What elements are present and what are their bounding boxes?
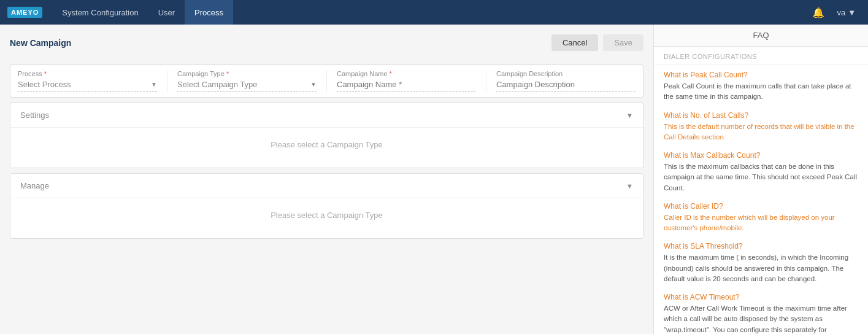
settings-section: Settings ▼ Please select a Campaign Type — [10, 103, 643, 168]
process-label: Process * — [18, 70, 157, 77]
campaign-type-select-wrapper: Select Campaign Type ▼ — [177, 80, 317, 92]
faq-answer: Peak Call Count is the maximum calls tha… — [664, 81, 858, 103]
faq-answer: ACW or After Call Work Timeout is the ma… — [664, 303, 858, 334]
user-menu[interactable]: va ▼ — [832, 8, 861, 17]
campaign-name-label: Campaign Name * — [337, 70, 476, 77]
faq-title: FAQ — [654, 25, 868, 47]
content-area: New Campaign Cancel Save Process * Selec… — [0, 25, 653, 334]
campaign-desc-label: Campaign Description — [496, 70, 636, 77]
user-label: va — [837, 8, 845, 17]
notification-bell-icon[interactable]: 🔔 — [805, 7, 832, 18]
process-select-wrapper: Select Process ▼ — [18, 80, 157, 92]
campaign-desc-input[interactable] — [496, 80, 636, 92]
settings-chevron-icon: ▼ — [626, 112, 633, 119]
faq-question: What is Peak Call Count? — [664, 71, 858, 79]
faq-question: What is Max Callback Count? — [664, 151, 858, 160]
main-layout: New Campaign Cancel Save Process * Selec… — [0, 25, 868, 334]
faq-answer: It is the maximum time ( in seconds), in… — [664, 252, 858, 284]
process-required: * — [44, 70, 47, 77]
navbar: AMEYO System Configuration User Process … — [0, 0, 868, 25]
user-chevron-icon: ▼ — [848, 8, 856, 17]
campaign-type-chevron-icon: ▼ — [310, 81, 317, 88]
faq-item: What is Peak Call Count? Peak Call Count… — [664, 71, 858, 103]
process-chevron-icon: ▼ — [151, 81, 157, 88]
faq-section-title: DIALER CONFIGURATIONS — [654, 47, 868, 64]
campaign-name-required: * — [390, 70, 392, 77]
save-button[interactable]: Save — [603, 34, 643, 51]
logo-text: AMEYO — [7, 7, 42, 18]
faq-item: What is Max Callback Count? This is the … — [664, 151, 858, 193]
campaign-type-required: * — [226, 70, 229, 77]
toolbar: Cancel Save — [551, 34, 643, 51]
settings-section-title: Settings — [20, 111, 49, 120]
faq-question: What is Caller ID? — [664, 202, 858, 211]
faq-list: What is Peak Call Count? Peak Call Count… — [654, 64, 868, 334]
nav-system-configuration[interactable]: System Configuration — [52, 0, 148, 25]
settings-section-body: Please select a Campaign Type — [10, 127, 643, 168]
settings-empty-message: Please select a Campaign Type — [271, 140, 383, 149]
manage-chevron-icon: ▼ — [626, 182, 633, 190]
campaign-name-field-group: Campaign Name * — [337, 70, 486, 92]
manage-section-title: Manage — [20, 181, 49, 190]
campaign-desc-field-group: Campaign Description — [496, 70, 636, 92]
faq-item: What is ACW Timeout? ACW or After Call W… — [664, 293, 858, 334]
nav-process[interactable]: Process — [185, 0, 233, 25]
faq-answer: This is the maximum callbacks that can b… — [664, 161, 858, 193]
faq-sidebar: FAQ DIALER CONFIGURATIONS What is Peak C… — [653, 25, 868, 334]
faq-question: What is SLA Threshold? — [664, 242, 858, 251]
cancel-button[interactable]: Cancel — [551, 34, 598, 51]
manage-section-body: Please select a Campaign Type — [10, 198, 643, 238]
manage-empty-message: Please select a Campaign Type — [271, 211, 383, 220]
faq-item: What is Caller ID? Caller ID is the numb… — [664, 202, 858, 234]
campaign-type-field-group: Campaign Type * Select Campaign Type ▼ — [177, 70, 327, 92]
faq-question: What is No. of Last Calls? — [664, 111, 858, 120]
manage-section: Manage ▼ Please select a Campaign Type — [10, 173, 643, 239]
nav-user[interactable]: User — [148, 0, 185, 25]
faq-answer: This is the default number of records th… — [664, 122, 858, 143]
process-select[interactable]: Select Process — [18, 80, 148, 89]
form-row: Process * Select Process ▼ Campaign Type… — [10, 64, 643, 98]
faq-answer: Caller ID is the number which will be di… — [664, 212, 858, 234]
settings-section-header[interactable]: Settings ▼ — [10, 103, 643, 127]
faq-item: What is No. of Last Calls? This is the d… — [664, 111, 858, 143]
faq-question: What is ACW Timeout? — [664, 293, 858, 301]
manage-section-header[interactable]: Manage ▼ — [10, 174, 643, 198]
campaign-type-select[interactable]: Select Campaign Type — [177, 80, 308, 89]
campaign-name-input[interactable] — [337, 80, 476, 92]
page-title: New Campaign — [10, 38, 71, 48]
logo: AMEYO — [7, 7, 42, 18]
campaign-type-label: Campaign Type * — [177, 70, 317, 77]
process-field-group: Process * Select Process ▼ — [18, 70, 167, 92]
faq-item: What is SLA Threshold? It is the maximum… — [664, 242, 858, 284]
